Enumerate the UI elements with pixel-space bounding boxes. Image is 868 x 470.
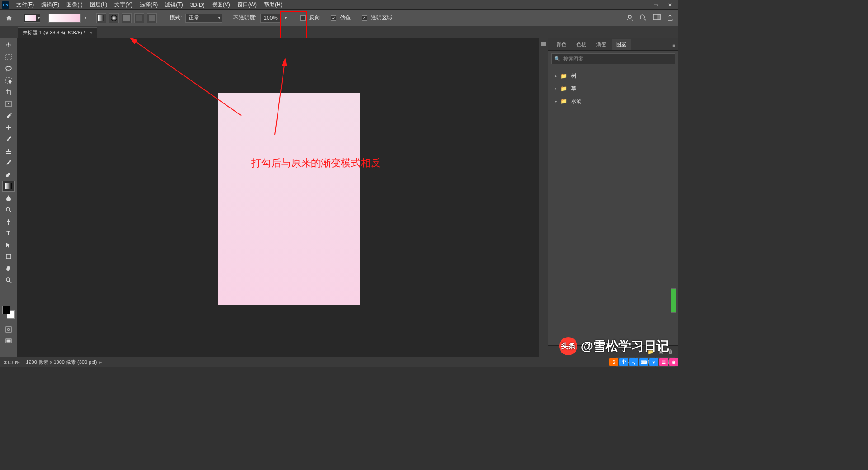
pattern-search-input[interactable]: 🔍 搜索图案 bbox=[551, 53, 675, 64]
menu-filter[interactable]: 滤镜(T) bbox=[161, 0, 186, 10]
dither-label: 仿色 bbox=[339, 14, 352, 22]
quick-mask-button[interactable] bbox=[2, 324, 15, 335]
marquee-tool[interactable] bbox=[2, 52, 15, 62]
panel-tab-swatches[interactable]: 色板 bbox=[572, 39, 591, 50]
gradient-preview[interactable] bbox=[48, 14, 81, 23]
opacity-input[interactable]: 100% bbox=[260, 14, 281, 23]
eyedropper-tool[interactable] bbox=[2, 110, 15, 121]
search-placeholder: 搜索图案 bbox=[563, 56, 583, 62]
gradient-tool[interactable] bbox=[2, 181, 15, 192]
pen-tool[interactable] bbox=[2, 216, 15, 227]
svg-line-24 bbox=[9, 281, 11, 283]
document-canvas[interactable] bbox=[218, 93, 360, 306]
gradient-reflected-button[interactable] bbox=[134, 13, 144, 23]
gradient-angle-button[interactable] bbox=[122, 13, 132, 23]
eraser-tool[interactable] bbox=[2, 169, 15, 180]
brush-tool[interactable] bbox=[2, 134, 15, 145]
screen-mode-button[interactable] bbox=[2, 336, 15, 347]
color-swatches[interactable] bbox=[2, 306, 15, 319]
menu-select[interactable]: 选择(S) bbox=[136, 0, 161, 10]
transparency-checkbox[interactable] bbox=[362, 15, 367, 21]
pattern-folder[interactable]: ▸ 📁 草 bbox=[551, 82, 675, 95]
healing-tool[interactable] bbox=[2, 122, 15, 133]
zoom-tool[interactable] bbox=[2, 275, 15, 286]
opacity-arrow[interactable]: ▾ bbox=[285, 16, 287, 20]
pattern-folder[interactable]: ▸ 📁 水滴 bbox=[551, 95, 675, 108]
workspace-icon[interactable] bbox=[653, 14, 661, 22]
hand-tool[interactable] bbox=[2, 263, 15, 274]
zoom-level[interactable]: 33.33% bbox=[4, 360, 20, 365]
svg-rect-10 bbox=[6, 54, 11, 60]
crop-tool[interactable] bbox=[2, 87, 15, 98]
menu-layer[interactable]: 图层(L) bbox=[86, 0, 111, 10]
type-tool[interactable]: T bbox=[2, 228, 15, 239]
panel-tab-patterns[interactable]: 图案 bbox=[612, 39, 631, 50]
panel-tabs: 颜色 色板 渐变 图案 ≡ bbox=[548, 38, 678, 51]
status-bar: 33.33% 1200 像素 x 1800 像素 (300 ppi) ▸ 图层 … bbox=[0, 357, 678, 367]
ime-tool-button[interactable]: ❀ bbox=[669, 358, 678, 366]
gradient-diamond-button[interactable] bbox=[147, 13, 157, 23]
blur-tool[interactable] bbox=[2, 193, 15, 203]
watermark: 头条 @雪松学习日记 bbox=[559, 337, 669, 355]
pattern-folder[interactable]: ▸ 📁 树 bbox=[551, 70, 675, 82]
cloud-user-icon[interactable] bbox=[626, 14, 634, 22]
menu-view[interactable]: 视图(V) bbox=[208, 0, 234, 10]
watermark-badge: 头条 bbox=[559, 337, 577, 355]
menu-3d[interactable]: 3D(D) bbox=[187, 0, 208, 9]
dither-checkbox[interactable] bbox=[331, 15, 336, 21]
gradient-tool-swatch[interactable]: ▾ bbox=[24, 14, 40, 23]
watermark-text: @雪松学习日记 bbox=[581, 338, 669, 355]
canvas-area[interactable]: 打勾后与原来的渐变模式相反 bbox=[17, 38, 539, 357]
lasso-tool[interactable] bbox=[2, 63, 15, 74]
ime-skin-button[interactable]: ♥ bbox=[649, 358, 658, 366]
menu-image[interactable]: 图像(I) bbox=[63, 0, 86, 10]
history-brush-tool[interactable] bbox=[2, 157, 15, 168]
reverse-label: 反向 bbox=[308, 14, 321, 22]
document-tab-title: 未标题-1 @ 33.3%(RGB/8) * bbox=[23, 29, 85, 36]
blend-mode-select[interactable]: 正常▾ bbox=[185, 14, 222, 23]
stamp-tool[interactable] bbox=[2, 146, 15, 156]
svg-rect-18 bbox=[8, 125, 9, 130]
menu-edit[interactable]: 编辑(E) bbox=[38, 0, 63, 10]
chevron-right-icon: ▸ bbox=[555, 74, 557, 78]
doc-info-arrow[interactable]: ▸ bbox=[99, 359, 102, 365]
shape-tool[interactable] bbox=[2, 251, 15, 262]
maximize-button[interactable]: ▭ bbox=[649, 1, 662, 9]
menu-window[interactable]: 窗口(W) bbox=[234, 0, 260, 10]
panel-tab-color[interactable]: 颜色 bbox=[552, 39, 571, 50]
home-icon[interactable] bbox=[4, 13, 14, 24]
search-icon[interactable] bbox=[639, 14, 647, 22]
minimize-button[interactable]: ─ bbox=[635, 1, 647, 9]
panel-strip-icon[interactable] bbox=[540, 41, 547, 48]
quick-select-tool[interactable] bbox=[2, 75, 15, 86]
menu-type[interactable]: 文字(Y) bbox=[111, 0, 136, 10]
ime-lang-button[interactable]: 中 bbox=[619, 358, 628, 366]
gradient-linear-button[interactable] bbox=[96, 13, 106, 23]
document-tab[interactable]: 未标题-1 @ 33.3%(RGB/8) * ✕ bbox=[18, 27, 97, 38]
ime-sogou-icon[interactable]: S bbox=[609, 358, 618, 366]
svg-point-11 bbox=[6, 66, 11, 70]
move-tool[interactable] bbox=[2, 40, 15, 51]
path-select-tool[interactable] bbox=[2, 240, 15, 250]
edit-toolbar-button[interactable]: ⋯ bbox=[2, 291, 15, 301]
ime-menu-button[interactable]: ☰ bbox=[659, 358, 668, 366]
share-icon[interactable] bbox=[666, 14, 675, 22]
collapsed-panel-strip[interactable] bbox=[539, 38, 548, 357]
close-button[interactable]: ✕ bbox=[664, 1, 676, 9]
ime-keyboard-button[interactable]: ⌨ bbox=[639, 358, 648, 366]
dodge-tool[interactable] bbox=[2, 204, 15, 215]
svg-point-5 bbox=[628, 15, 631, 18]
reverse-checkbox[interactable] bbox=[300, 15, 306, 21]
panel-tab-gradients[interactable]: 渐变 bbox=[592, 39, 611, 50]
menu-help[interactable]: 帮助(H) bbox=[260, 0, 286, 10]
foreground-color-swatch[interactable] bbox=[2, 306, 10, 314]
menu-file[interactable]: 文件(F) bbox=[13, 0, 38, 10]
svg-rect-28 bbox=[7, 340, 10, 342]
ime-punct-button[interactable]: •, bbox=[629, 358, 638, 366]
frame-tool[interactable] bbox=[2, 99, 15, 109]
gradient-picker-arrow[interactable]: ▾ bbox=[85, 16, 86, 20]
gradient-radial-button[interactable] bbox=[109, 13, 119, 23]
panel-menu-icon[interactable]: ≡ bbox=[670, 40, 678, 50]
close-tab-icon[interactable]: ✕ bbox=[89, 30, 93, 35]
svg-rect-0 bbox=[98, 15, 104, 21]
